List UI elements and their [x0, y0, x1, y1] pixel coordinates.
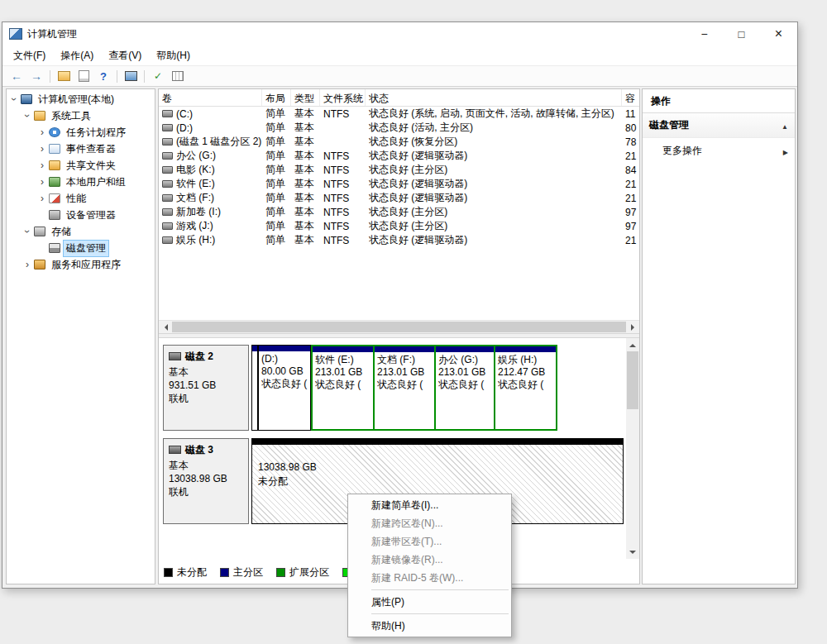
- show-console-tree-icon[interactable]: [55, 68, 73, 84]
- disk-3-header[interactable]: 磁盘 3 基本 13038.98 GB 联机: [163, 438, 249, 524]
- menu-item-help[interactable]: 帮助(H): [348, 617, 511, 635]
- volume-list: 卷 布局 类型 文件系统 状态 容 (C:) 简单 基本 NTFS 状态良好 (…: [159, 89, 639, 333]
- volume-row[interactable]: 文档 (F:) 简单 基本 NTFS 状态良好 (逻辑驱动器) 21: [159, 191, 639, 205]
- chevron-collapsed-icon[interactable]: [22, 260, 32, 269]
- menu-view[interactable]: 查看(V): [101, 46, 149, 65]
- sidebar-item-services-applications[interactable]: 服务和应用程序: [7, 256, 155, 273]
- partition-f[interactable]: 文档 (F:) 213.01 GB 状态良好 (: [373, 346, 434, 429]
- volume-row[interactable]: 新加卷 (I:) 简单 基本 NTFS 状态良好 (主分区) 97: [159, 205, 639, 219]
- maximize-button[interactable]: [723, 22, 760, 45]
- partition-g[interactable]: 办公 (G:) 213.01 GB 状态良好 (: [434, 346, 494, 429]
- column-header-capacity[interactable]: 容: [622, 89, 639, 106]
- volume-row[interactable]: 办公 (G:) 简单 基本 NTFS 状态良好 (逻辑驱动器) 21: [159, 149, 639, 163]
- volume-icon: [162, 124, 173, 131]
- expand-icon[interactable]: [783, 145, 788, 157]
- sidebar-item-shared-folders[interactable]: 共享文件夹: [7, 157, 155, 174]
- back-icon[interactable]: ←: [7, 68, 26, 84]
- partition-e[interactable]: 软件 (E:) 213.01 GB 状态良好 (: [313, 346, 373, 429]
- chevron-collapsed-icon[interactable]: [37, 161, 47, 169]
- check-icon[interactable]: ✓: [149, 68, 167, 84]
- volume-row[interactable]: 软件 (E:) 简单 基本 NTFS 状态良好 (逻辑驱动器) 21: [159, 177, 639, 191]
- export-list-icon[interactable]: [74, 68, 93, 84]
- forward-icon[interactable]: →: [27, 68, 45, 84]
- scroll-up-icon[interactable]: [626, 338, 639, 351]
- help-icon[interactable]: ?: [94, 68, 112, 84]
- partition-status: 状态良好 (: [498, 379, 553, 391]
- actions-section-disk-management[interactable]: 磁盘管理: [643, 113, 795, 138]
- sidebar-item-device-manager[interactable]: 设备管理器: [7, 207, 155, 223]
- sidebar-item-computer-management[interactable]: 计算机管理(本地): [7, 91, 155, 107]
- volume-filesystem: NTFS: [320, 150, 366, 162]
- menu-help[interactable]: 帮助(H): [149, 46, 198, 65]
- sidebar-item-performance[interactable]: 性能: [7, 190, 155, 207]
- toolbar-separator: [117, 70, 117, 83]
- scrollbar-thumb[interactable]: [172, 322, 626, 332]
- horizontal-scrollbar[interactable]: [159, 320, 639, 333]
- volume-capacity: 84: [622, 165, 639, 176]
- chevron-collapsed-icon[interactable]: [37, 194, 47, 203]
- sidebar-item-event-viewer[interactable]: 事件查看器: [7, 141, 155, 157]
- sidebar-item-disk-management[interactable]: 磁盘管理: [7, 240, 155, 256]
- vertical-scrollbar[interactable]: [626, 338, 639, 559]
- disk-2-header[interactable]: 磁盘 2 基本 931.51 GB 联机: [163, 345, 249, 431]
- close-button[interactable]: [760, 22, 797, 45]
- partition-small[interactable]: [251, 345, 258, 431]
- volume-layout: 简单: [262, 219, 291, 233]
- column-header-filesystem[interactable]: 文件系统: [320, 89, 366, 106]
- minimize-button[interactable]: [686, 22, 723, 45]
- desktop: { "window": { "title": "计算机管理" }, "menu"…: [0, 0, 827, 644]
- column-header-type[interactable]: 类型: [291, 89, 320, 106]
- sidebar-item-system-tools[interactable]: 系统工具: [7, 107, 155, 124]
- column-header-layout[interactable]: 布局: [262, 89, 291, 106]
- chevron-collapsed-icon[interactable]: [37, 178, 47, 186]
- volume-status: 状态良好 (系统, 启动, 页面文件, 活动, 故障转储, 主分区): [366, 107, 622, 121]
- chevron-expanded-icon[interactable]: [22, 227, 32, 236]
- disk-name: 磁盘 3: [185, 443, 213, 456]
- collapse-icon[interactable]: [782, 120, 788, 131]
- volume-status: 状态良好 (逻辑驱动器): [366, 177, 622, 191]
- menu-item-new-simple-volume[interactable]: 新建简单卷(I)...: [348, 496, 511, 514]
- volume-row[interactable]: 电影 (K:) 简单 基本 NTFS 状态良好 (主分区) 84: [159, 163, 639, 177]
- menu-action[interactable]: 操作(A): [53, 46, 101, 65]
- volume-type: 基本: [291, 135, 320, 149]
- partition-label: 文档 (F:): [377, 354, 432, 366]
- chevron-expanded-icon[interactable]: [9, 95, 19, 103]
- volume-list-header: 卷 布局 类型 文件系统 状态 容: [159, 89, 639, 107]
- column-header-status[interactable]: 状态: [366, 89, 622, 106]
- volume-status: 状态良好 (逻辑驱动器): [366, 149, 622, 163]
- toolbar: ← → ? ✓: [2, 65, 797, 87]
- scrollbar-thumb[interactable]: [627, 351, 638, 409]
- menu-file[interactable]: 文件(F): [6, 46, 53, 65]
- actions-pane: 操作 磁盘管理 更多操作: [642, 88, 796, 584]
- more-actions[interactable]: 更多操作: [643, 138, 795, 164]
- volume-capacity: 21: [622, 179, 639, 190]
- partition-color-strip: [495, 346, 556, 352]
- scroll-left-icon[interactable]: [159, 321, 172, 334]
- chevron-collapsed-icon[interactable]: [37, 145, 47, 153]
- chevron-collapsed-icon[interactable]: [37, 128, 47, 136]
- partition-h[interactable]: 娱乐 (H:) 212.47 GB 状态良好 (: [494, 346, 556, 429]
- scroll-down-icon[interactable]: [626, 546, 639, 559]
- volume-row[interactable]: (D:) 简单 基本 状态良好 (活动, 主分区) 80: [159, 121, 639, 135]
- scroll-right-icon[interactable]: [626, 321, 639, 334]
- volume-layout: 简单: [262, 177, 291, 191]
- sidebar-item-task-scheduler[interactable]: 任务计划程序: [7, 124, 155, 141]
- volume-row[interactable]: (C:) 简单 基本 NTFS 状态良好 (系统, 启动, 页面文件, 活动, …: [159, 107, 639, 121]
- column-header-volume[interactable]: 卷: [159, 89, 262, 106]
- partition-d[interactable]: (D:) 80.00 GB 状态良好 (: [258, 345, 311, 431]
- chevron-expanded-icon[interactable]: [22, 112, 32, 120]
- sidebar-item-local-users-groups[interactable]: 本地用户和组: [7, 174, 155, 190]
- menu-item-properties[interactable]: 属性(P): [348, 593, 511, 611]
- volume-row[interactable]: 娱乐 (H:) 简单 基本 NTFS 状态良好 (逻辑驱动器) 21: [159, 233, 639, 247]
- volume-row[interactable]: (磁盘 1 磁盘分区 2) 简单 基本 状态良好 (恢复分区) 78: [159, 135, 639, 149]
- properties-icon[interactable]: [122, 68, 140, 84]
- sidebar-item-storage[interactable]: 存储: [7, 223, 155, 240]
- partition-size: 213.01 GB: [315, 366, 370, 379]
- volume-status: 状态良好 (逻辑驱动器): [366, 191, 622, 205]
- volume-icon: [162, 180, 173, 188]
- volume-name: 办公 (G:): [176, 149, 216, 163]
- volume-status: 状态良好 (活动, 主分区): [366, 121, 622, 135]
- volume-row[interactable]: 游戏 (J:) 简单 基本 NTFS 状态良好 (主分区) 97: [159, 219, 639, 233]
- volume-capacity: 21: [622, 150, 639, 162]
- grid-icon[interactable]: [169, 68, 187, 84]
